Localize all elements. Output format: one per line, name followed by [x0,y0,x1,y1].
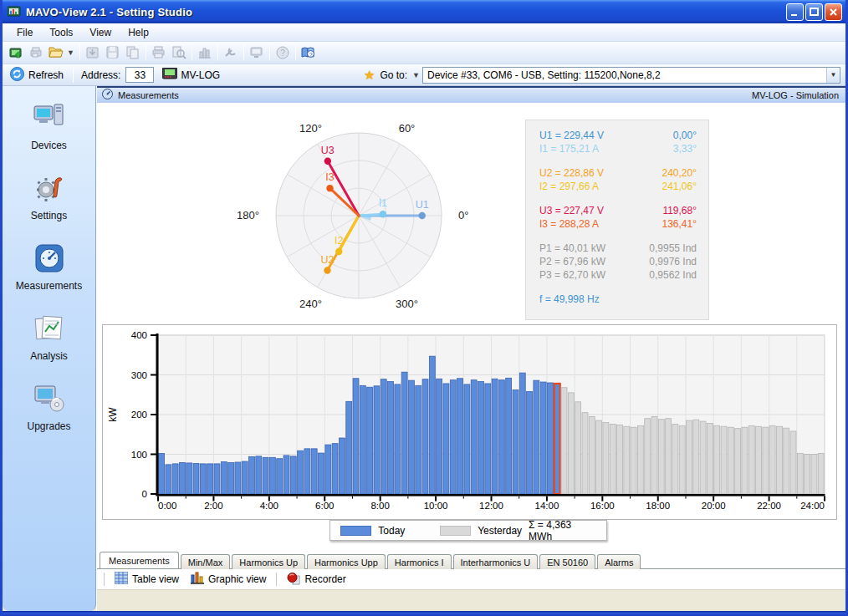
tab-alarms[interactable]: Alarms [597,554,641,569]
svg-text:U2: U2 [320,254,334,266]
today-swatch [340,526,371,536]
copy-icon[interactable] [123,43,143,62]
print-icon[interactable] [149,43,169,62]
tab-en-50160[interactable]: EN 50160 [539,554,595,569]
sidebar-item-devices[interactable]: Devices [8,103,91,151]
import-icon[interactable] [83,43,103,62]
goto-dropdown-icon[interactable]: ▼ [412,71,420,79]
yesterday-swatch [440,526,471,536]
chart-legend: Today Yesterday Σ = 4,363 MWh [329,520,607,541]
graphic-view-button[interactable]: Graphic view [187,570,269,589]
refresh-icon [10,67,24,84]
tab-harmonics-up[interactable]: Harmonics Up [232,554,305,569]
address-input[interactable] [125,67,154,83]
sidebar-item-label: Devices [31,140,67,151]
svg-text:U1: U1 [416,199,429,211]
device-chip[interactable]: MV-LOG [162,68,220,82]
svg-text:0°: 0° [458,209,468,221]
svg-text:10:00: 10:00 [424,501,448,511]
combo-dropdown-icon[interactable]: ▼ [826,68,840,83]
yesterday-label: Yesterday [478,525,522,537]
svg-text:60°: 60° [399,122,416,135]
minimize-button[interactable] [786,3,804,21]
value-row: P3 = 62,70 kW0,9562 Ind [526,268,708,282]
svg-text:?: ? [309,51,313,59]
manual-icon[interactable]: ? [299,43,319,62]
menu-help[interactable]: Help [120,25,156,40]
svg-text:4:00: 4:00 [260,501,278,511]
tab-harmonics-upp[interactable]: Harmonics Upp [307,554,386,569]
menu-file[interactable]: File [9,25,40,40]
value-row: U2 = 228,86 V240,20° [526,166,708,180]
main-panel: Measurements MV-LOG - Simulation 0°60°12… [96,86,845,611]
display-icon[interactable] [247,43,267,62]
upgrades-icon [33,384,66,417]
table-view-button[interactable]: Table view [111,570,182,588]
refresh-button[interactable]: Refresh [7,65,70,85]
goto-label: Go to: [380,69,407,81]
open-file-icon[interactable] [47,43,67,62]
tab-harmonics-i[interactable]: Harmonics I [387,554,452,569]
svg-text:100: 100 [131,450,147,460]
gauge-icon [102,88,113,103]
help-icon[interactable]: ? [273,43,293,62]
tools-icon[interactable] [221,43,241,62]
phasor-chart: 0°60°120°180°240°300°U1I1U2I2U3I3 [238,109,480,325]
svg-text:14:00: 14:00 [535,501,559,511]
sidebar-item-analysis[interactable]: Analysis [8,313,91,362]
svg-text:120°: 120° [299,122,322,135]
svg-text:6:00: 6:00 [315,501,334,511]
statistics-icon[interactable] [195,43,215,62]
svg-text:240°: 240° [299,298,322,310]
device-label: MV-LOG [181,69,220,81]
svg-text:24:00: 24:00 [800,501,825,511]
close-button[interactable] [825,3,842,21]
recorder-button[interactable]: Recorder [284,570,349,589]
device-combobox[interactable]: Device #33, COM6 - USB, Setting: 115200,… [422,67,840,84]
tool-bar: ▼ ? ? [3,42,845,64]
sidebar: Devices Settings Measurements Analysis U… [3,86,96,611]
save-icon[interactable] [103,43,123,62]
sidebar-item-measurements[interactable]: Measurements [8,243,91,292]
address-label: Address: [81,69,120,81]
svg-text:I1: I1 [379,197,387,209]
menu-view[interactable]: View [82,25,119,40]
menu-tools[interactable]: Tools [42,25,80,40]
sidebar-item-label: Settings [31,210,67,221]
write-device-icon[interactable] [27,43,47,62]
svg-text:200: 200 [131,410,147,420]
load-bar-chart: 01002003004000:002:004:006:008:0010:0012… [105,327,832,514]
svg-text:I2: I2 [335,235,343,247]
svg-text:U3: U3 [321,145,335,156]
favorite-star-icon[interactable]: ★ [364,68,375,83]
svg-text:16:00: 16:00 [590,501,615,511]
maximize-button[interactable] [805,3,823,21]
view-toolbar: Table view Graphic view Recorder [97,568,845,589]
value-row: P1 = 40,01 kW0,9955 Ind [526,242,708,255]
devices-icon [33,103,66,136]
phasor-section: 0°60°120°180°240°300°U1I1U2I2U3I3 U1 = 2… [97,103,845,323]
svg-text:kW: kW [107,407,119,422]
tab-interharmonics-u[interactable]: Interharmonics U [453,554,539,569]
refresh-label: Refresh [28,69,64,81]
svg-text:?: ? [280,48,285,58]
sidebar-item-label: Analysis [30,350,68,362]
app-icon [8,5,22,18]
value-row: U3 = 227,47 V119,68° [526,204,708,217]
tab-min-max[interactable]: Min/Max [181,554,231,569]
measurements-icon [34,243,64,277]
svg-text:18:00: 18:00 [646,501,670,511]
tab-bar: Measurements Min/Max Harmonics Up Harmon… [97,552,845,568]
svg-text:12:00: 12:00 [479,501,503,511]
print-preview-icon[interactable] [169,43,189,62]
sidebar-item-label: Measurements [16,280,82,292]
recorder-icon [287,572,300,588]
sidebar-item-upgrades[interactable]: Upgrades [8,384,91,432]
open-file-dropdown-icon[interactable]: ▼ [67,48,74,57]
panel-title: Measurements [118,90,752,100]
today-label: Today [378,525,405,537]
svg-text:8:00: 8:00 [370,501,389,511]
read-device-icon[interactable] [7,43,27,62]
sidebar-item-settings[interactable]: Settings [8,173,91,221]
tab-measurements[interactable]: Measurements [100,552,179,568]
